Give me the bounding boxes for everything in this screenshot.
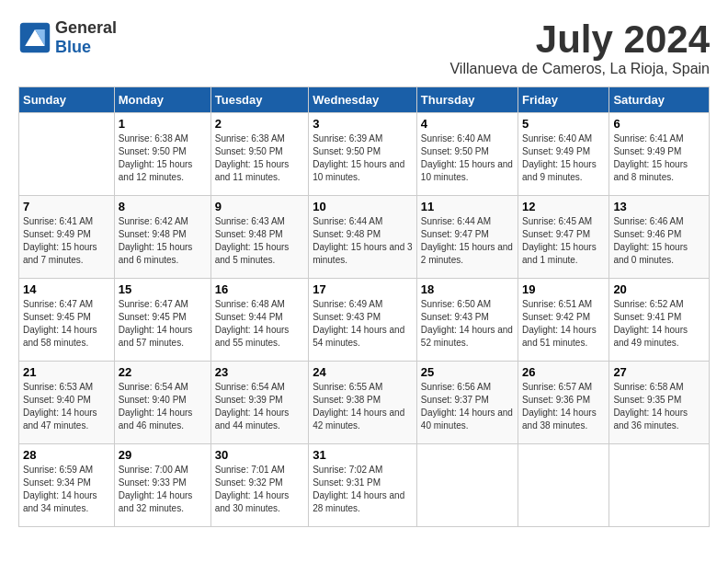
calendar-cell: 29Sunrise: 7:00 AMSunset: 9:33 PMDayligh… bbox=[114, 444, 210, 527]
calendar-cell: 26Sunrise: 6:57 AMSunset: 9:36 PMDayligh… bbox=[518, 362, 609, 444]
calendar-cell: 8Sunrise: 6:42 AMSunset: 9:48 PMDaylight… bbox=[114, 196, 210, 279]
day-details: Sunrise: 6:47 AMSunset: 9:45 PMDaylight:… bbox=[23, 298, 110, 350]
day-details: Sunrise: 6:48 AMSunset: 9:44 PMDaylight:… bbox=[215, 298, 304, 350]
day-details: Sunrise: 7:00 AMSunset: 9:33 PMDaylight:… bbox=[119, 464, 207, 515]
day-number: 13 bbox=[613, 200, 705, 213]
day-number: 21 bbox=[23, 365, 110, 379]
day-number: 22 bbox=[119, 365, 207, 379]
day-details: Sunrise: 6:40 AMSunset: 9:49 PMDaylight:… bbox=[522, 132, 605, 184]
day-number: 4 bbox=[421, 117, 514, 131]
calendar-cell: 1Sunrise: 6:38 AMSunset: 9:50 PMDaylight… bbox=[114, 113, 210, 196]
calendar-cell: 24Sunrise: 6:55 AMSunset: 9:38 PMDayligh… bbox=[309, 362, 417, 444]
day-details: Sunrise: 6:41 AMSunset: 9:49 PMDaylight:… bbox=[23, 215, 110, 267]
calendar-cell: 13Sunrise: 6:46 AMSunset: 9:46 PMDayligh… bbox=[609, 196, 710, 279]
calendar-cell: 21Sunrise: 6:53 AMSunset: 9:40 PMDayligh… bbox=[19, 362, 115, 444]
calendar-cell: 25Sunrise: 6:56 AMSunset: 9:37 PMDayligh… bbox=[416, 362, 518, 444]
calendar-cell bbox=[518, 444, 609, 527]
day-number: 20 bbox=[613, 282, 705, 296]
weekday-header: Thursday bbox=[416, 87, 518, 113]
calendar-cell: 14Sunrise: 6:47 AMSunset: 9:45 PMDayligh… bbox=[19, 279, 115, 362]
day-number: 23 bbox=[215, 365, 304, 379]
calendar-cell: 17Sunrise: 6:49 AMSunset: 9:43 PMDayligh… bbox=[309, 279, 417, 362]
day-details: Sunrise: 6:57 AMSunset: 9:36 PMDaylight:… bbox=[522, 381, 605, 432]
day-details: Sunrise: 6:39 AMSunset: 9:50 PMDaylight:… bbox=[313, 132, 413, 184]
day-details: Sunrise: 6:44 AMSunset: 9:48 PMDaylight:… bbox=[313, 215, 413, 267]
day-number: 5 bbox=[522, 117, 605, 131]
weekday-header: Sunday bbox=[19, 87, 115, 113]
day-details: Sunrise: 6:40 AMSunset: 9:50 PMDaylight:… bbox=[421, 132, 514, 184]
calendar-cell: 18Sunrise: 6:50 AMSunset: 9:43 PMDayligh… bbox=[416, 279, 518, 362]
page-header: General Blue July 2024 Villanueva de Cam… bbox=[18, 18, 710, 77]
day-number: 27 bbox=[613, 365, 705, 379]
day-details: Sunrise: 6:42 AMSunset: 9:48 PMDaylight:… bbox=[119, 215, 207, 267]
calendar-cell: 10Sunrise: 6:44 AMSunset: 9:48 PMDayligh… bbox=[309, 196, 417, 279]
logo: General Blue bbox=[18, 18, 117, 57]
calendar-cell: 4Sunrise: 6:40 AMSunset: 9:50 PMDaylight… bbox=[416, 113, 518, 196]
day-number: 11 bbox=[421, 200, 514, 213]
day-details: Sunrise: 6:45 AMSunset: 9:47 PMDaylight:… bbox=[522, 215, 605, 267]
calendar-cell: 31Sunrise: 7:02 AMSunset: 9:31 PMDayligh… bbox=[309, 444, 417, 527]
day-number: 3 bbox=[313, 117, 413, 131]
day-details: Sunrise: 6:46 AMSunset: 9:46 PMDaylight:… bbox=[613, 215, 705, 267]
day-details: Sunrise: 6:59 AMSunset: 9:34 PMDaylight:… bbox=[23, 464, 110, 515]
day-details: Sunrise: 6:47 AMSunset: 9:45 PMDaylight:… bbox=[119, 298, 207, 350]
calendar-cell: 11Sunrise: 6:44 AMSunset: 9:47 PMDayligh… bbox=[416, 196, 518, 279]
day-number: 6 bbox=[613, 117, 705, 131]
day-number: 19 bbox=[522, 282, 605, 296]
day-details: Sunrise: 7:02 AMSunset: 9:31 PMDaylight:… bbox=[313, 464, 413, 515]
calendar-cell bbox=[609, 444, 710, 527]
calendar-table: SundayMondayTuesdayWednesdayThursdayFrid… bbox=[18, 86, 710, 527]
day-number: 7 bbox=[23, 200, 110, 213]
day-number: 29 bbox=[119, 448, 207, 462]
calendar-week-row: 7Sunrise: 6:41 AMSunset: 9:49 PMDaylight… bbox=[19, 196, 710, 279]
day-details: Sunrise: 6:49 AMSunset: 9:43 PMDaylight:… bbox=[313, 298, 413, 350]
day-number: 18 bbox=[421, 282, 514, 296]
calendar-cell: 5Sunrise: 6:40 AMSunset: 9:49 PMDaylight… bbox=[518, 113, 609, 196]
calendar-week-row: 1Sunrise: 6:38 AMSunset: 9:50 PMDaylight… bbox=[19, 113, 710, 196]
day-details: Sunrise: 6:50 AMSunset: 9:43 PMDaylight:… bbox=[421, 298, 514, 350]
calendar-cell: 23Sunrise: 6:54 AMSunset: 9:39 PMDayligh… bbox=[210, 362, 308, 444]
location-title: Villanueva de Cameros, La Rioja, Spain bbox=[449, 61, 710, 77]
day-number: 1 bbox=[119, 117, 207, 131]
month-title: July 2024 bbox=[449, 18, 710, 61]
logo-text-general: General bbox=[55, 18, 117, 37]
weekday-header: Tuesday bbox=[210, 87, 308, 113]
title-section: July 2024 Villanueva de Cameros, La Rioj… bbox=[449, 18, 710, 77]
calendar-cell: 27Sunrise: 6:58 AMSunset: 9:35 PMDayligh… bbox=[609, 362, 710, 444]
weekday-header-row: SundayMondayTuesdayWednesdayThursdayFrid… bbox=[19, 87, 710, 113]
day-details: Sunrise: 6:43 AMSunset: 9:48 PMDaylight:… bbox=[215, 215, 304, 267]
calendar-cell: 16Sunrise: 6:48 AMSunset: 9:44 PMDayligh… bbox=[210, 279, 308, 362]
day-details: Sunrise: 6:54 AMSunset: 9:39 PMDaylight:… bbox=[215, 381, 304, 432]
calendar-cell: 20Sunrise: 6:52 AMSunset: 9:41 PMDayligh… bbox=[609, 279, 710, 362]
day-number: 30 bbox=[215, 448, 304, 462]
calendar-cell: 28Sunrise: 6:59 AMSunset: 9:34 PMDayligh… bbox=[19, 444, 115, 527]
calendar-cell: 19Sunrise: 6:51 AMSunset: 9:42 PMDayligh… bbox=[518, 279, 609, 362]
calendar-cell bbox=[416, 444, 518, 527]
day-details: Sunrise: 6:38 AMSunset: 9:50 PMDaylight:… bbox=[215, 132, 304, 184]
day-number: 2 bbox=[215, 117, 304, 131]
day-number: 28 bbox=[23, 448, 110, 462]
calendar-cell: 12Sunrise: 6:45 AMSunset: 9:47 PMDayligh… bbox=[518, 196, 609, 279]
day-details: Sunrise: 6:44 AMSunset: 9:47 PMDaylight:… bbox=[421, 215, 514, 267]
day-number: 31 bbox=[313, 448, 413, 462]
day-number: 12 bbox=[522, 200, 605, 213]
day-number: 8 bbox=[119, 200, 207, 213]
weekday-header: Friday bbox=[518, 87, 609, 113]
day-number: 17 bbox=[313, 282, 413, 296]
logo-icon bbox=[18, 21, 51, 54]
calendar-cell: 22Sunrise: 6:54 AMSunset: 9:40 PMDayligh… bbox=[114, 362, 210, 444]
day-number: 26 bbox=[522, 365, 605, 379]
weekday-header: Monday bbox=[114, 87, 210, 113]
day-number: 15 bbox=[119, 282, 207, 296]
logo-text-blue: Blue bbox=[55, 38, 91, 56]
weekday-header: Wednesday bbox=[309, 87, 417, 113]
day-details: Sunrise: 6:41 AMSunset: 9:49 PMDaylight:… bbox=[613, 132, 705, 184]
calendar-cell bbox=[19, 113, 115, 196]
day-details: Sunrise: 6:54 AMSunset: 9:40 PMDaylight:… bbox=[119, 381, 207, 432]
day-number: 14 bbox=[23, 282, 110, 296]
calendar-cell: 6Sunrise: 6:41 AMSunset: 9:49 PMDaylight… bbox=[609, 113, 710, 196]
day-details: Sunrise: 6:56 AMSunset: 9:37 PMDaylight:… bbox=[421, 381, 514, 432]
calendar-cell: 3Sunrise: 6:39 AMSunset: 9:50 PMDaylight… bbox=[309, 113, 417, 196]
day-details: Sunrise: 6:38 AMSunset: 9:50 PMDaylight:… bbox=[119, 132, 207, 184]
calendar-week-row: 14Sunrise: 6:47 AMSunset: 9:45 PMDayligh… bbox=[19, 279, 710, 362]
